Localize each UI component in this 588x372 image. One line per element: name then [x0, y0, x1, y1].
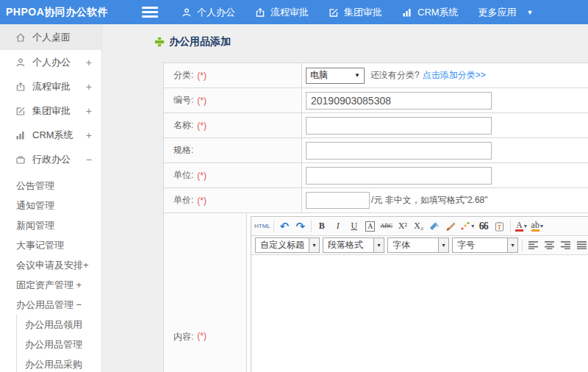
chevron-down-icon: ▾ — [524, 223, 527, 229]
auto-typeset-button[interactable]: ▾ — [460, 219, 475, 234]
align-right-icon — [561, 241, 570, 249]
nav-workflow-approval[interactable]: 流程审批 — [255, 6, 309, 19]
nav-personal-office[interactable]: 个人办公 — [182, 6, 235, 19]
unit-value-cell — [302, 163, 588, 187]
toolbar-separator — [510, 220, 511, 232]
font-size-select[interactable]: 字号 ▾ — [452, 237, 518, 253]
select-caret-icon: ▼ — [354, 72, 360, 79]
sidebar-subitem-supplies-purchase[interactable]: 办公用品采购 — [17, 354, 101, 372]
form-row-content: 内容: (*) HTML ↶ ↷ B I U A ABC — [164, 213, 588, 372]
spec-input[interactable] — [306, 142, 492, 160]
name-label: 名称: — [173, 119, 193, 132]
char-border-button[interactable]: A — [363, 219, 378, 234]
spec-label-cell: 规格: — [164, 138, 302, 162]
category-value-cell: 电脑 ▼ 还没有分类? 点击添加分类>> — [302, 63, 588, 87]
sidebar-subitem-news[interactable]: 新闻管理 — [0, 215, 101, 235]
sidebar-subitem-events[interactable]: 大事记管理 — [0, 235, 101, 255]
blockquote-button[interactable]: 66 — [476, 219, 491, 234]
bar-chart-icon — [15, 130, 26, 140]
spec-value-cell — [302, 138, 588, 162]
paragraph-format-select[interactable]: 段落格式 ▾ — [323, 237, 384, 253]
sidebar-item-crm[interactable]: CRM系统 + — [0, 123, 101, 147]
eraser-button[interactable] — [428, 219, 442, 234]
sidebar-item-personal-office[interactable]: 个人办公 + — [0, 50, 101, 74]
paste-plain-button[interactable]: T — [492, 219, 507, 234]
highlight-color-button[interactable]: ab ▾ — [530, 219, 545, 234]
toolbar-separator — [273, 220, 274, 232]
align-right-button[interactable] — [558, 238, 573, 253]
superscript-button[interactable]: X² — [395, 219, 410, 234]
price-value-cell: /元 非中文，如填写格式"2.68" — [302, 188, 588, 212]
undo-button[interactable]: ↶ — [277, 219, 292, 234]
user-icon — [182, 7, 192, 18]
collapse-minus-icon[interactable]: − — [86, 154, 92, 165]
subitem-label: 大事记管理 — [16, 239, 64, 252]
category-select[interactable]: 电脑 ▼ — [306, 68, 365, 84]
price-input[interactable] — [306, 192, 370, 209]
font-color-button[interactable]: A ▾ — [514, 219, 528, 234]
nav-label: 个人办公 — [197, 6, 235, 19]
name-input[interactable] — [306, 117, 492, 135]
content-value-cell: HTML ↶ ↷ B I U A ABC X² X₂ — [247, 213, 588, 372]
italic-button[interactable]: I — [331, 219, 345, 234]
category-select-value: 电脑 — [310, 69, 328, 82]
chevron-down-icon: ▾ — [309, 238, 319, 252]
redo-button[interactable]: ↷ — [293, 219, 308, 234]
sidebar-subitem-notice[interactable]: 通知管理 — [0, 196, 101, 215]
content-label-cell: 内容: (*) — [164, 213, 247, 372]
expand-plus-icon[interactable]: + — [86, 81, 92, 93]
code-label: 编号: — [173, 94, 193, 107]
align-center-button[interactable] — [542, 238, 556, 253]
unit-input[interactable] — [306, 167, 492, 185]
toolbar-separator — [311, 220, 312, 232]
add-category-link[interactable]: 点击添加分类>> — [423, 69, 486, 82]
clipboard-icon: T — [495, 221, 504, 232]
code-label-cell: 编号: (*) — [164, 88, 302, 112]
html-source-button[interactable]: HTML — [254, 219, 270, 234]
nav-label: CRM系统 — [417, 6, 459, 19]
sidebar-subsubmenu: 办公用品领用 办公用品管理 办公用品采购 — [16, 315, 101, 372]
sidebar-subitem-meeting[interactable]: 会议申请及安排+ — [0, 255, 101, 275]
category-label: 分类: — [173, 69, 193, 82]
format-painter-button[interactable] — [444, 219, 459, 234]
subitem-label: 办公用品采购 — [25, 358, 82, 371]
nav-group-approval[interactable]: 集团审批 — [329, 6, 382, 19]
editor-toolbar-row1: HTML ↶ ↷ B I U A ABC X² X₂ — [251, 217, 588, 236]
sidebar-subitem-fixed-assets[interactable]: 固定资产管理 + — [0, 275, 101, 295]
sidebar-item-admin-office[interactable]: 行政办公 − — [0, 147, 101, 171]
subscript-button[interactable]: X₂ — [412, 219, 426, 234]
nav-crm-system[interactable]: CRM系统 — [402, 6, 459, 19]
sidebar-item-group-approval[interactable]: 集团审批 + — [0, 99, 101, 123]
editor-content-area[interactable] — [251, 255, 588, 372]
app-logo: PHPOA协同办公软件 — [0, 6, 129, 19]
bold-button[interactable]: B — [315, 219, 329, 234]
sidebar-subitem-supplies-manage[interactable]: 办公用品管理 — [17, 335, 101, 354]
sidebar-item-desktop[interactable]: 个人桌面 — [0, 24, 101, 50]
strikethrough-button[interactable]: ABC — [379, 219, 394, 234]
main-content: 办公用品添加 分类: (*) 电脑 ▼ 还没有分类? 点击添加分类>> 编号: … — [102, 24, 588, 372]
char-border-glyph: A — [365, 221, 375, 232]
expand-plus-icon[interactable]: + — [86, 105, 92, 117]
subitem-label: 公告管理 — [16, 179, 54, 193]
sidebar-subitem-office-supplies[interactable]: 办公用品管理 − — [0, 295, 101, 315]
align-left-button[interactable] — [526, 238, 540, 253]
align-justify-button[interactable] — [574, 238, 588, 253]
code-input[interactable] — [306, 92, 492, 110]
chevron-down-icon: ▾ — [540, 223, 543, 229]
font-family-select[interactable]: 字体 ▾ — [387, 237, 449, 253]
expand-plus-icon[interactable]: + — [86, 129, 92, 141]
sidebar-item-workflow-approval[interactable]: 流程审批 + — [0, 74, 101, 99]
nav-more-apps[interactable]: 更多应用 ▼ — [478, 6, 534, 19]
required-marker: (*) — [197, 331, 207, 341]
subitem-label: 办公用品管理 − — [16, 298, 82, 312]
sidebar-subitem-supplies-claim[interactable]: 办公用品领用 — [17, 315, 101, 335]
hamburger-menu-icon[interactable] — [142, 7, 158, 18]
share-icon — [255, 7, 265, 18]
expand-plus-icon[interactable]: + — [86, 57, 92, 68]
sidebar-submenu: 公告管理 通知管理 新闻管理 大事记管理 会议申请及安排+ 固定资产管理 + 办… — [0, 176, 101, 372]
underline-button[interactable]: U — [347, 219, 362, 234]
sidebar-subitem-announcement[interactable]: 公告管理 — [0, 176, 101, 196]
rich-text-editor: HTML ↶ ↷ B I U A ABC X² X₂ — [251, 216, 588, 372]
custom-title-select[interactable]: 自定义标题 ▾ — [255, 237, 320, 253]
nav-label: 更多应用 — [478, 6, 517, 19]
